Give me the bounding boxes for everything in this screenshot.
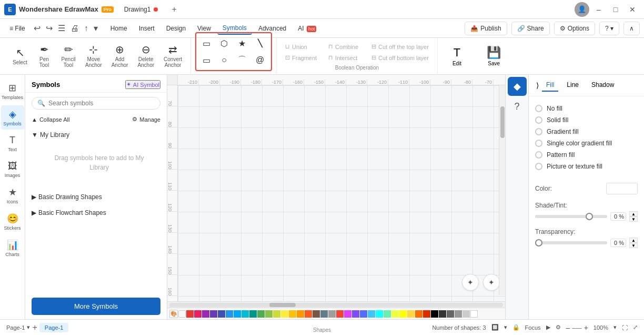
manage-button[interactable]: ⚙ Manage bbox=[132, 116, 160, 123]
color-swatch[interactable] bbox=[186, 310, 194, 318]
horizontal-scrollbar[interactable] bbox=[167, 301, 505, 308]
color-swatch[interactable] bbox=[368, 310, 375, 318]
shape-arc-button[interactable]: ⌒ bbox=[234, 52, 250, 68]
color-picker-icon[interactable]: 🎨 bbox=[169, 310, 178, 318]
sidebar-item-text[interactable]: T Text bbox=[1, 132, 24, 155]
options-button[interactable]: ⚙ Options bbox=[554, 22, 595, 35]
shade-increment[interactable]: ▲ bbox=[629, 211, 638, 216]
color-swatch[interactable] bbox=[218, 310, 225, 318]
shape-star-button[interactable]: ★ bbox=[234, 35, 250, 51]
publish-button[interactable]: 📤 Publish bbox=[465, 22, 507, 35]
cut-bottom-button[interactable]: ⊟ Cut off bottom layer bbox=[367, 53, 433, 63]
color-swatch[interactable] bbox=[447, 310, 454, 318]
shape-spiral-button[interactable]: @ bbox=[252, 52, 268, 68]
collapse-ribbon-button[interactable]: ∧ bbox=[623, 22, 640, 35]
fill-no-fill[interactable]: No fill bbox=[535, 103, 638, 114]
shape-rect2-button[interactable]: ▭ bbox=[198, 52, 214, 68]
fill-single-gradient[interactable]: Single color gradient fill bbox=[535, 137, 638, 149]
convert-anchor-button[interactable]: ⇄ ConvertAnchor bbox=[159, 42, 186, 70]
color-swatch[interactable] bbox=[376, 310, 383, 318]
no-fill-color[interactable] bbox=[178, 310, 186, 318]
color-swatch[interactable] bbox=[313, 310, 320, 318]
color-swatch[interactable] bbox=[344, 310, 351, 318]
more-symbols-button[interactable]: More Symbols bbox=[32, 298, 160, 315]
fill-panel-button[interactable]: ◆ bbox=[508, 77, 527, 96]
main-canvas[interactable]: ✦ ✦ bbox=[178, 85, 505, 301]
shade-slider-track[interactable] bbox=[535, 215, 607, 218]
color-swatch[interactable] bbox=[249, 310, 257, 318]
fill-pattern[interactable]: Pattern fill bbox=[535, 149, 638, 161]
color-swatch[interactable] bbox=[391, 310, 399, 318]
color-swatch[interactable] bbox=[336, 310, 344, 318]
file-menu-button[interactable]: ≡ File bbox=[4, 23, 31, 34]
sidebar-item-images[interactable]: 🖼 Images bbox=[1, 157, 24, 181]
color-swatch[interactable] bbox=[328, 310, 336, 318]
help-panel-button[interactable]: ? bbox=[508, 97, 527, 116]
collapse-panel-button[interactable]: ⟩ bbox=[535, 80, 540, 91]
user-avatar[interactable]: 👤 bbox=[575, 2, 589, 17]
transparency-slider-track[interactable] bbox=[535, 241, 607, 244]
history-forward-button[interactable]: ↪ bbox=[44, 22, 55, 34]
delete-anchor-button[interactable]: ⊖ DeleteAnchor bbox=[133, 42, 158, 70]
color-swatch[interactable] bbox=[273, 310, 280, 318]
basic-flowchart-shapes-title[interactable]: ▶ Basic Flowchart Shapes bbox=[32, 207, 160, 219]
combine-button[interactable]: ⊓ Combine bbox=[324, 42, 366, 52]
add-anchor-button[interactable]: ⊕ AddAnchor bbox=[107, 42, 133, 70]
shade-decrement[interactable]: ▼ bbox=[629, 216, 638, 222]
cut-top-button[interactable]: ⊟ Cut off the top layer bbox=[367, 42, 433, 52]
color-swatch[interactable] bbox=[242, 310, 249, 318]
new-tab-button[interactable]: + bbox=[168, 4, 179, 15]
color-swatch[interactable] bbox=[297, 310, 304, 318]
dropdown-button[interactable]: ▾ bbox=[92, 22, 100, 34]
history-back-button[interactable]: ↩ bbox=[32, 22, 43, 34]
sidebar-item-charts[interactable]: 📊 Charts bbox=[1, 236, 24, 260]
shape-line-button[interactable]: ╲ bbox=[252, 35, 268, 51]
vertical-scrollbar[interactable] bbox=[499, 85, 505, 295]
minimize-button[interactable]: – bbox=[591, 2, 606, 17]
pen-tool-button[interactable]: ✒ PenTool bbox=[33, 42, 56, 70]
transparency-decrement[interactable]: ▼ bbox=[629, 243, 638, 248]
color-swatch[interactable] bbox=[202, 310, 209, 318]
color-swatch[interactable] bbox=[462, 310, 470, 318]
shade-slider-thumb[interactable] bbox=[586, 213, 593, 220]
canvas-plus-button[interactable]: ✦ bbox=[483, 274, 500, 291]
shape-hex-button[interactable]: ⬡ bbox=[216, 35, 232, 51]
color-swatch[interactable] bbox=[352, 310, 359, 318]
canvas-magic-button[interactable]: ✦ bbox=[462, 274, 479, 291]
share-button[interactable]: 🔗 Share bbox=[511, 22, 550, 35]
basic-drawing-shapes-title[interactable]: ▶ Basic Drawing Shapes bbox=[32, 191, 160, 203]
save-button[interactable]: 💾 Save bbox=[482, 44, 505, 68]
select-tool-button[interactable]: ↖ Select bbox=[8, 45, 32, 67]
color-swatch[interactable] bbox=[431, 310, 438, 318]
fragment-button[interactable]: ⊡ Fragment bbox=[281, 53, 323, 63]
print-button[interactable]: 🖨 bbox=[68, 23, 81, 34]
shape-rect-button[interactable]: ▭ bbox=[198, 35, 214, 51]
color-swatch[interactable] bbox=[470, 310, 478, 318]
color-swatch[interactable] bbox=[407, 310, 415, 318]
color-swatch-picker[interactable] bbox=[606, 183, 638, 194]
color-swatch[interactable] bbox=[399, 310, 407, 318]
transparency-slider-thumb[interactable] bbox=[535, 239, 542, 247]
color-swatch[interactable] bbox=[455, 310, 462, 318]
color-swatch[interactable] bbox=[289, 310, 296, 318]
color-swatch[interactable] bbox=[257, 310, 265, 318]
pencil-tool-button[interactable]: ✏ PencilTool bbox=[57, 42, 80, 70]
color-swatch[interactable] bbox=[305, 310, 312, 318]
ai-menu[interactable]: AI hot bbox=[293, 23, 321, 34]
sidebar-item-stickers[interactable]: 😊 Stickers bbox=[1, 210, 24, 234]
insert-menu[interactable]: Insert bbox=[134, 23, 160, 34]
collapse-all-button[interactable]: ▲ Collapse All bbox=[32, 116, 69, 123]
color-swatch[interactable] bbox=[384, 310, 391, 318]
maximize-button[interactable]: □ bbox=[608, 2, 623, 17]
color-swatch[interactable] bbox=[360, 310, 367, 318]
sidebar-item-icons[interactable]: ★ Icons bbox=[1, 183, 24, 208]
color-swatch[interactable] bbox=[265, 310, 273, 318]
export-button[interactable]: ↑ bbox=[82, 23, 90, 34]
h-scrollbar-thumb[interactable] bbox=[269, 303, 296, 307]
transparency-increment[interactable]: ▲ bbox=[629, 238, 638, 243]
tab-shadow[interactable]: Shadow bbox=[587, 79, 618, 92]
edit-button[interactable]: T Edit bbox=[448, 44, 466, 68]
color-swatch[interactable] bbox=[226, 310, 233, 318]
my-library-title[interactable]: ▼ My Library bbox=[32, 129, 160, 141]
fill-gradient[interactable]: Gradient fill bbox=[535, 126, 638, 137]
